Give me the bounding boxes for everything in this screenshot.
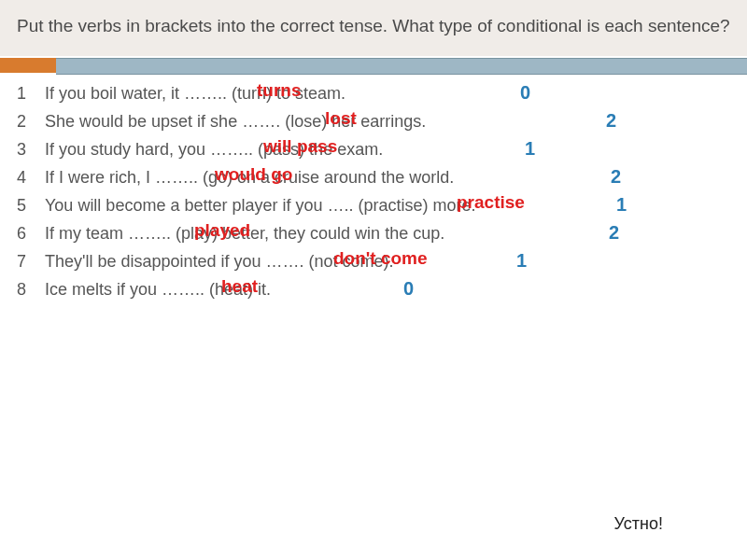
exercise-row: 4If I were rich, I …….. (go) on a cruise…: [0, 164, 747, 192]
exercise-row: 3If you study hard, you …….. (pass) the …: [0, 136, 747, 164]
conditional-type: 1: [616, 194, 627, 216]
footer-note: Устно!: [614, 514, 663, 534]
exercise-list: 1If you boil water, it …….. (turn) to st…: [0, 75, 747, 304]
row-number: 8: [17, 280, 26, 300]
conditional-type: 2: [611, 166, 621, 188]
orange-accent: [0, 58, 56, 73]
row-number: 3: [17, 140, 26, 160]
instruction-text: Put the verbs in brackets into the corre…: [17, 13, 730, 39]
answer-overlay: don't come: [333, 248, 428, 269]
exercise-row: 2She would be upset if she ……. (lose) he…: [0, 108, 747, 136]
exercise-row: 7They'll be disappointed if you ……. (not…: [0, 248, 747, 276]
answer-overlay: would go: [215, 164, 292, 185]
conditional-type: 2: [609, 222, 619, 244]
row-number: 5: [17, 196, 26, 216]
answer-overlay: played: [194, 220, 250, 241]
answer-overlay: turns: [257, 80, 302, 101]
row-number: 6: [17, 224, 26, 244]
conditional-type: 0: [403, 278, 414, 300]
exercise-row: 8Ice melts if you …….. (heat) it.heat0: [0, 276, 747, 304]
sentence-text: You will become a better player if you ……: [45, 196, 476, 216]
conditional-type: 0: [520, 82, 530, 104]
answer-overlay: heat: [221, 276, 258, 297]
answer-overlay: will pass: [263, 136, 337, 157]
blue-bar: [56, 58, 747, 75]
sentence-text: She would be upset if she ……. (lose) her…: [45, 112, 426, 132]
conditional-type: 2: [606, 110, 616, 132]
divider-bar: [0, 58, 747, 75]
conditional-type: 1: [525, 138, 535, 160]
row-number: 7: [17, 252, 26, 272]
exercise-row: 5You will become a better player if you …: [0, 192, 747, 220]
answer-overlay: lost: [325, 108, 357, 129]
conditional-type: 1: [516, 250, 527, 272]
exercise-row: 1If you boil water, it …….. (turn) to st…: [0, 80, 747, 108]
row-number: 1: [17, 84, 26, 104]
answer-overlay: practise: [457, 192, 525, 213]
row-number: 4: [17, 168, 26, 188]
row-number: 2: [17, 112, 26, 132]
header-area: Put the verbs in brackets into the corre…: [0, 0, 747, 56]
exercise-row: 6If my team …….. (play) better, they cou…: [0, 220, 747, 248]
